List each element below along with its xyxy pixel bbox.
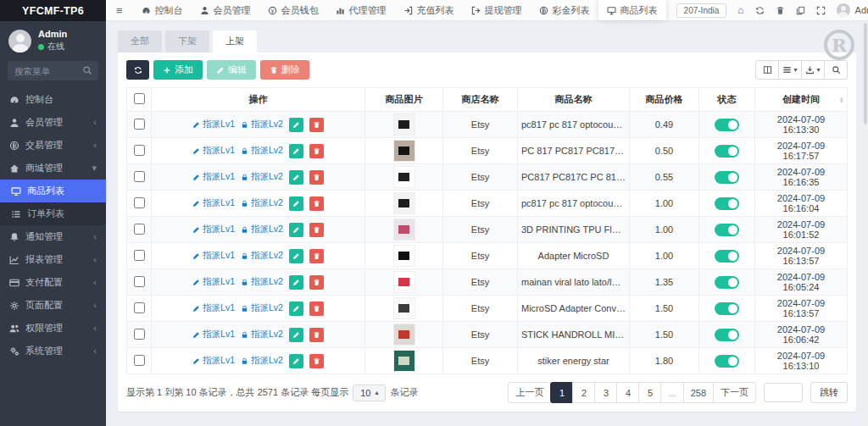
select-all-checkbox[interactable] bbox=[134, 93, 145, 104]
row-checkbox[interactable] bbox=[134, 145, 145, 156]
columns-dropdown-button[interactable]: ▾ bbox=[778, 60, 802, 80]
home-icon[interactable]: ⌂ bbox=[737, 5, 743, 15]
row-edit-button[interactable] bbox=[289, 275, 303, 290]
assign-lv1-link[interactable]: 指派Lv1 bbox=[192, 197, 235, 209]
assign-lv1-link[interactable]: 指派Lv1 bbox=[192, 145, 235, 157]
row-edit-button[interactable] bbox=[289, 196, 303, 211]
sidebar-item-mall[interactable]: 商城管理▾ bbox=[0, 157, 106, 180]
sidebar-item-product-list[interactable]: 商品列表 bbox=[0, 180, 106, 202]
row-delete-button[interactable] bbox=[309, 249, 324, 263]
product-thumbnail[interactable] bbox=[393, 324, 415, 346]
page-number-button[interactable]: 2 bbox=[572, 382, 595, 403]
sidebar-item-dashboard[interactable]: 控制台 bbox=[0, 88, 106, 111]
assign-lv2-link[interactable]: 指派Lv2 bbox=[241, 145, 283, 157]
topbar-item-bonus[interactable]: 彩金列表 bbox=[531, 0, 598, 20]
page-number-button[interactable]: 3 bbox=[594, 382, 617, 403]
product-thumbnail[interactable] bbox=[393, 219, 415, 241]
status-toggle[interactable] bbox=[715, 329, 739, 341]
row-delete-button[interactable] bbox=[309, 196, 324, 211]
row-checkbox[interactable] bbox=[134, 329, 145, 340]
row-delete-button[interactable] bbox=[309, 302, 324, 316]
row-delete-button[interactable] bbox=[309, 170, 324, 185]
region-button[interactable]: 207-India bbox=[676, 3, 727, 18]
trash-icon[interactable] bbox=[776, 6, 785, 15]
tab-on-shelf[interactable]: 上架 bbox=[213, 30, 257, 53]
page-number-button[interactable]: 4 bbox=[616, 382, 639, 403]
product-thumbnail[interactable] bbox=[393, 113, 415, 136]
row-checkbox[interactable] bbox=[134, 171, 145, 182]
assign-lv1-link[interactable]: 指派Lv1 bbox=[192, 302, 235, 314]
product-thumbnail[interactable] bbox=[393, 271, 415, 293]
row-checkbox[interactable] bbox=[134, 119, 145, 130]
assign-lv2-link[interactable]: 指派Lv2 bbox=[241, 197, 283, 209]
header-created[interactable]: 创建时间▴▾ bbox=[755, 88, 848, 112]
page-size-select[interactable]: 10▴ bbox=[353, 385, 386, 401]
sidebar-item-report[interactable]: 报表管理‹ bbox=[0, 248, 106, 271]
topbar-item-wallet[interactable]: 会员钱包 bbox=[259, 0, 327, 20]
row-checkbox[interactable] bbox=[134, 250, 145, 261]
row-delete-button[interactable] bbox=[309, 354, 324, 368]
product-thumbnail[interactable] bbox=[393, 245, 415, 267]
row-edit-button[interactable] bbox=[289, 249, 303, 263]
row-checkbox[interactable] bbox=[134, 355, 145, 366]
row-checkbox[interactable] bbox=[134, 224, 145, 235]
topbar-item-withdraw[interactable]: 提现管理 bbox=[463, 0, 531, 20]
status-toggle[interactable] bbox=[715, 145, 739, 158]
topbar-item-recharge[interactable]: 充值列表 bbox=[395, 0, 463, 20]
add-button[interactable]: 添加 bbox=[153, 60, 203, 80]
prev-page-button[interactable]: 上一页 bbox=[508, 382, 551, 403]
row-delete-button[interactable] bbox=[309, 144, 324, 158]
row-edit-button[interactable] bbox=[289, 144, 303, 158]
sidebar-item-notice[interactable]: 通知管理‹ bbox=[0, 225, 106, 248]
row-edit-button[interactable] bbox=[289, 118, 303, 132]
row-delete-button[interactable] bbox=[309, 223, 324, 237]
status-toggle[interactable] bbox=[715, 250, 739, 263]
status-toggle[interactable] bbox=[715, 355, 739, 368]
assign-lv1-link[interactable]: 指派Lv1 bbox=[192, 276, 235, 288]
assign-lv2-link[interactable]: 指派Lv2 bbox=[241, 250, 283, 262]
row-delete-button[interactable] bbox=[309, 328, 324, 342]
export-dropdown-button[interactable]: ▾ bbox=[801, 60, 825, 80]
assign-lv1-link[interactable]: 指派Lv1 bbox=[192, 355, 235, 367]
topbar-item-member[interactable]: 会员管理 bbox=[192, 0, 259, 20]
next-page-button[interactable]: 下一页 bbox=[713, 382, 756, 403]
assign-lv1-link[interactable]: 指派Lv1 bbox=[192, 329, 235, 340]
row-edit-button[interactable] bbox=[289, 328, 303, 342]
row-edit-button[interactable] bbox=[289, 170, 303, 185]
assign-lv2-link[interactable]: 指派Lv2 bbox=[241, 171, 283, 183]
assign-lv2-link[interactable]: 指派Lv2 bbox=[241, 224, 283, 235]
tab-off-shelf[interactable]: 下架 bbox=[165, 30, 209, 53]
sidebar-item-member[interactable]: 会员管理‹ bbox=[0, 111, 106, 134]
edit-button[interactable]: 编辑 bbox=[207, 60, 256, 80]
user-menu[interactable]: Admin bbox=[837, 3, 868, 17]
assign-lv2-link[interactable]: 指派Lv2 bbox=[241, 276, 283, 288]
product-thumbnail[interactable] bbox=[393, 192, 415, 214]
sidebar-item-page-config[interactable]: 页面配置‹ bbox=[0, 294, 106, 317]
delete-button[interactable]: 删除 bbox=[260, 60, 309, 80]
tab-all[interactable]: 全部 bbox=[118, 30, 162, 53]
assign-lv2-link[interactable]: 指派Lv2 bbox=[241, 302, 283, 314]
row-checkbox[interactable] bbox=[134, 276, 145, 287]
assign-lv2-link[interactable]: 指派Lv2 bbox=[241, 329, 283, 340]
assign-lv1-link[interactable]: 指派Lv1 bbox=[192, 250, 235, 262]
copy-icon[interactable] bbox=[796, 6, 805, 15]
product-thumbnail[interactable] bbox=[393, 166, 415, 188]
page-number-button[interactable]: 5 bbox=[638, 382, 661, 403]
scrollbar-thumb[interactable] bbox=[864, 23, 867, 124]
product-thumbnail[interactable] bbox=[393, 140, 415, 162]
assign-lv2-link[interactable]: 指派Lv2 bbox=[241, 119, 283, 130]
jump-page-input[interactable] bbox=[764, 383, 803, 402]
jump-button[interactable]: 跳转 bbox=[810, 382, 848, 403]
topbar-item-dashboard[interactable]: 控制台 bbox=[133, 0, 192, 20]
product-thumbnail[interactable] bbox=[393, 350, 415, 372]
row-delete-button[interactable] bbox=[309, 275, 324, 290]
sidebar-item-order-list[interactable]: 订单列表 bbox=[0, 202, 106, 225]
assign-lv1-link[interactable]: 指派Lv1 bbox=[192, 224, 235, 235]
sidebar-item-payment[interactable]: 支付配置‹ bbox=[0, 271, 106, 294]
search-toggle-button[interactable] bbox=[824, 60, 848, 80]
refresh-button[interactable] bbox=[126, 60, 149, 80]
sidebar-toggle-button[interactable]: ≡ bbox=[106, 0, 133, 20]
sidebar-item-trade[interactable]: 交易管理‹ bbox=[0, 134, 106, 157]
row-edit-button[interactable] bbox=[289, 354, 303, 368]
page-number-button[interactable]: 258 bbox=[683, 382, 714, 403]
